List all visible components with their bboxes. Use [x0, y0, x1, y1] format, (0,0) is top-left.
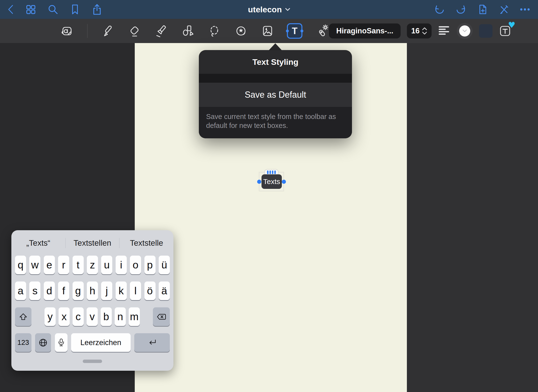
- popover-title: Text Styling: [199, 50, 352, 74]
- document-title[interactable]: utelecon: [248, 0, 290, 19]
- keyboard-row-4: 123 Leerzeichen: [15, 333, 170, 352]
- favorite-heart-badge: ♥: [508, 21, 515, 29]
- font-name-label: HiraginoSans-...: [336, 27, 393, 35]
- key-c[interactable]: c: [73, 307, 84, 326]
- pen-tool-icon[interactable]: [101, 24, 115, 38]
- key-r[interactable]: r: [58, 256, 69, 274]
- drag-bar: [272, 170, 273, 174]
- chevron-down-icon: [285, 8, 290, 11]
- key-d[interactable]: d: [44, 281, 55, 300]
- suggestion-1[interactable]: Textstellen: [66, 238, 120, 248]
- back-icon[interactable]: [7, 3, 14, 15]
- share-icon[interactable]: [91, 3, 103, 15]
- dictation-key[interactable]: [55, 333, 67, 352]
- suggestion-2[interactable]: Textstelle: [120, 238, 173, 248]
- key-m[interactable]: m: [129, 307, 140, 326]
- font-name-button[interactable]: HiraginoSans-...: [329, 23, 401, 38]
- font-size-stepper[interactable]: 16: [407, 23, 432, 38]
- key-u[interactable]: u: [101, 256, 112, 274]
- keyboard-drag-handle[interactable]: [83, 360, 102, 363]
- keyboard-row-1: q w e r t z u i o p ü: [15, 256, 170, 274]
- text-tool-glyph: T: [292, 26, 297, 36]
- shift-icon: [18, 312, 28, 321]
- key-v[interactable]: v: [87, 307, 98, 326]
- eraser-tool-icon[interactable]: [127, 24, 142, 38]
- add-page-icon[interactable]: [477, 3, 488, 15]
- key-i[interactable]: i: [116, 256, 127, 274]
- resize-handle-left[interactable]: [257, 180, 261, 184]
- popover-description: Save current text style from the toolbar…: [199, 107, 352, 138]
- backspace-icon: [156, 312, 167, 321]
- key-ue[interactable]: ü: [159, 256, 170, 274]
- microphone-icon: [57, 337, 66, 348]
- more-icon[interactable]: [520, 8, 530, 11]
- shift-key[interactable]: [15, 307, 31, 326]
- save-as-default-button[interactable]: Save as Default: [199, 83, 352, 107]
- key-z[interactable]: z: [87, 256, 98, 274]
- key-w[interactable]: w: [29, 256, 40, 274]
- key-a[interactable]: a: [15, 281, 26, 300]
- font-size-value: 16: [411, 27, 419, 35]
- grid-icon[interactable]: [25, 4, 36, 15]
- key-n[interactable]: n: [115, 307, 126, 326]
- drag-bar: [274, 170, 276, 174]
- chevron-down-icon: [462, 29, 467, 33]
- return-key[interactable]: [134, 333, 170, 352]
- globe-key[interactable]: [35, 333, 51, 352]
- drag-bar: [267, 170, 269, 174]
- suggestion-quoted[interactable]: „Texts“: [11, 238, 65, 248]
- backspace-key[interactable]: [153, 307, 170, 326]
- key-k[interactable]: k: [116, 281, 127, 300]
- search-icon[interactable]: [47, 4, 59, 15]
- space-key[interactable]: Leerzeichen: [71, 333, 131, 352]
- scribble-tool-icon[interactable]: [60, 24, 74, 38]
- laser-pointer-tool-icon[interactable]: [314, 24, 329, 38]
- app-screen: utelecon: [0, 0, 538, 392]
- shapes-tool-icon[interactable]: [180, 24, 195, 38]
- key-t[interactable]: t: [73, 256, 84, 274]
- document-title-text: utelecon: [248, 5, 282, 14]
- text-color-swatch[interactable]: [457, 23, 473, 39]
- text-color-swatch-current: [459, 25, 470, 37]
- image-tool-icon[interactable]: [260, 24, 275, 38]
- secondary-color-swatch[interactable]: [479, 24, 493, 38]
- key-s[interactable]: s: [29, 281, 40, 300]
- undo-icon[interactable]: [433, 4, 445, 15]
- key-o[interactable]: o: [130, 256, 141, 274]
- key-l[interactable]: l: [130, 281, 141, 300]
- popover-separator-band: [199, 74, 352, 83]
- key-x[interactable]: x: [59, 307, 70, 326]
- key-b[interactable]: b: [101, 307, 112, 326]
- key-e[interactable]: e: [44, 256, 55, 274]
- text-tool-notch-right: [300, 30, 303, 32]
- globe-icon: [38, 338, 48, 348]
- numbers-key[interactable]: 123: [15, 333, 31, 352]
- resize-handle-right[interactable]: [282, 180, 286, 184]
- key-y[interactable]: y: [45, 307, 56, 326]
- key-j[interactable]: j: [101, 281, 112, 300]
- key-p[interactable]: p: [144, 256, 156, 274]
- key-f[interactable]: f: [58, 281, 69, 300]
- text-style-button[interactable]: ♥: [499, 25, 511, 37]
- tool-toolbar: T HiraginoSans-... 16: [0, 19, 538, 43]
- key-ae[interactable]: ä: [159, 281, 170, 300]
- canvas-background-right: [407, 43, 538, 392]
- key-g[interactable]: g: [73, 281, 84, 300]
- highlighter-tool-icon[interactable]: [154, 24, 168, 38]
- popover-description-text: Save current text style from the toolbar…: [206, 112, 345, 130]
- lasso-tool-icon[interactable]: [207, 24, 222, 38]
- key-q[interactable]: q: [15, 256, 26, 274]
- text-box[interactable]: Texts: [262, 174, 282, 189]
- stickers-tool-icon[interactable]: [234, 24, 248, 38]
- text-tool-icon[interactable]: T: [287, 23, 302, 39]
- bookmark-icon[interactable]: [70, 4, 80, 15]
- redo-icon[interactable]: [455, 4, 467, 15]
- key-h[interactable]: h: [87, 281, 98, 300]
- keyboard-row-2: a s d f g h j k l ö ä: [15, 281, 170, 300]
- popover-arrow: [269, 43, 282, 51]
- edit-mode-toggle-icon[interactable]: [498, 4, 509, 15]
- key-oe[interactable]: ö: [144, 281, 156, 300]
- suggestion-bar: „Texts“ Textstellen Textstelle: [11, 235, 173, 251]
- text-align-button[interactable]: [438, 25, 450, 37]
- stepper-chevrons-icon: [422, 27, 427, 35]
